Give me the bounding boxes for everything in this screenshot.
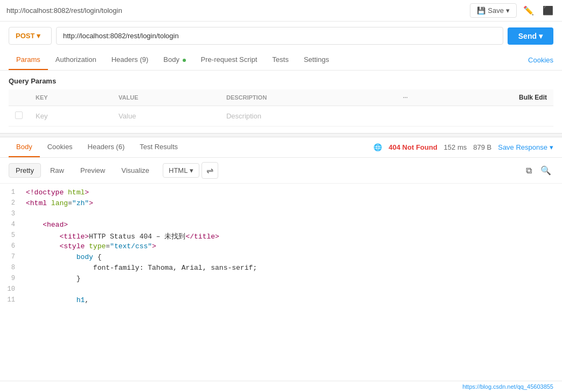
send-label: Send — [518, 32, 537, 40]
query-params-title: Query Params — [9, 77, 553, 85]
code-editor[interactable]: 1 <!doctype html> 2 <html lang="zh"> 3 4… — [0, 184, 562, 313]
query-params-section: Query Params KEY VALUE DESCRIPTION ··· B… — [0, 71, 562, 127]
tab-authorization[interactable]: Authorization — [48, 50, 104, 70]
line-num-3: 3 — [0, 209, 22, 218]
send-button[interactable]: Send ▾ — [508, 27, 553, 45]
save-button[interactable]: 💾 Save ▾ — [470, 3, 517, 18]
line-num-10: 10 — [0, 285, 22, 293]
response-tabs: Body Cookies Headers (6) Test Results 🌐 … — [0, 137, 562, 158]
resp-tab-body[interactable]: Body — [9, 137, 40, 157]
response-time: 152 ms — [444, 143, 467, 151]
save-response-button[interactable]: Save Response ▾ — [498, 143, 553, 151]
line-num-5: 5 — [0, 231, 22, 240]
save-response-chevron-icon: ▾ — [550, 143, 553, 151]
col-bulk-edit[interactable]: Bulk Edit — [418, 89, 553, 106]
resp-tab-cookies[interactable]: Cookies — [40, 137, 80, 157]
format-label: HTML — [169, 166, 188, 174]
save-response-label: Save Response — [498, 143, 547, 151]
line-content-2: <html lang="zh"> — [22, 199, 562, 208]
row-bulk — [418, 106, 553, 127]
send-chevron-icon: ▾ — [539, 32, 543, 40]
resp-tab-headers[interactable]: Headers (6) — [80, 137, 133, 157]
col-key: KEY — [29, 89, 112, 106]
body-dot — [183, 59, 186, 62]
top-bar-title: http://localhost:8082/rest/login/tologin — [6, 6, 466, 15]
format-bar: Pretty Raw Preview Visualize HTML ▾ ⇌ ⧉ … — [0, 158, 562, 184]
code-line-1: 1 <!doctype html> — [0, 188, 562, 199]
method-label: POST — [16, 32, 34, 40]
col-dots: ··· — [397, 89, 418, 106]
line-num-8: 8 — [0, 263, 22, 272]
row-key[interactable]: Key — [29, 106, 112, 127]
fmt-tab-raw[interactable]: Raw — [43, 163, 71, 178]
url-input[interactable] — [56, 27, 503, 45]
col-description: DESCRIPTION — [220, 89, 397, 106]
save-label: Save — [488, 6, 504, 15]
row-description[interactable]: Description — [220, 106, 397, 127]
section-divider — [0, 133, 562, 137]
code-line-6: 6 <style type="text/css"> — [0, 242, 562, 253]
url-bar: POST ▾ Send ▾ — [0, 22, 562, 50]
wrap-icon: ⇌ — [206, 165, 213, 176]
line-num-7: 7 — [0, 253, 22, 261]
format-bar-right: ⧉ 🔍 — [524, 163, 553, 178]
line-content-3 — [22, 209, 562, 211]
tab-tests[interactable]: Tests — [265, 50, 296, 70]
tab-body[interactable]: Body — [156, 50, 193, 70]
col-checkbox — [9, 89, 29, 106]
row-value[interactable]: Value — [112, 106, 220, 127]
response-section: Body Cookies Headers (6) Test Results 🌐 … — [0, 137, 562, 313]
tab-settings[interactable]: Settings — [296, 50, 337, 70]
response-size: 879 B — [473, 143, 491, 151]
fmt-tab-visualize[interactable]: Visualize — [114, 163, 156, 178]
save-chevron-icon: ▾ — [506, 6, 510, 15]
search-button[interactable]: 🔍 — [538, 163, 553, 178]
line-num-4: 4 — [0, 220, 22, 229]
code-line-2: 2 <html lang="zh"> — [0, 199, 562, 209]
code-line-8: 8 font-family: Tahoma, Arial, sans-serif… — [0, 263, 562, 274]
table-row: Key Value Description — [9, 106, 553, 127]
code-line-10: 10 — [0, 285, 562, 296]
line-content-4: <head> — [22, 220, 562, 229]
response-meta: 🌐 404 Not Found 152 ms 879 B Save Respon… — [373, 143, 553, 151]
tab-headers[interactable]: Headers (9) — [104, 50, 156, 70]
code-line-4: 4 <head> — [0, 220, 562, 231]
resp-tab-test-results[interactable]: Test Results — [132, 137, 185, 157]
code-line-9: 9 } — [0, 274, 562, 285]
method-chevron-icon: ▾ — [37, 32, 40, 40]
copy-button[interactable]: ⧉ — [524, 163, 534, 178]
edit-icon-button[interactable]: ✏️ — [521, 3, 536, 18]
line-content-8: font-family: Tahoma, Arial, sans-serif; — [22, 263, 562, 272]
row-dots — [397, 106, 418, 127]
params-table: KEY VALUE DESCRIPTION ··· Bulk Edit Key … — [9, 89, 553, 127]
fmt-tab-preview[interactable]: Preview — [73, 163, 112, 178]
duplicate-icon-button[interactable]: ⬛ — [540, 3, 556, 18]
fmt-tab-pretty[interactable]: Pretty — [9, 163, 41, 178]
line-num-11: 11 — [0, 296, 22, 304]
save-icon: 💾 — [477, 6, 485, 15]
request-tabs: Params Authorization Headers (9) Body Pr… — [0, 50, 562, 71]
line-content-1: <!doctype html> — [22, 188, 562, 197]
col-value: VALUE — [112, 89, 220, 106]
line-num-2: 2 — [0, 199, 22, 207]
line-num-1: 1 — [0, 188, 22, 197]
code-line-11: 11 h1, — [0, 296, 562, 306]
line-num-6: 6 — [0, 242, 22, 250]
method-select[interactable]: POST ▾ — [9, 27, 52, 45]
cookies-link[interactable]: Cookies — [528, 56, 553, 64]
wrap-button[interactable]: ⇌ — [202, 162, 218, 179]
line-content-5: <title>HTTP Status 404 – 未找到</title> — [22, 231, 562, 242]
format-chevron-icon: ▾ — [190, 166, 193, 174]
code-line-7: 7 body { — [0, 253, 562, 263]
line-content-6: <style type="text/css"> — [22, 242, 562, 251]
tab-params[interactable]: Params — [9, 50, 48, 70]
row-checkbox — [9, 106, 29, 127]
globe-icon: 🌐 — [373, 143, 382, 151]
line-content-11: h1, — [22, 296, 562, 305]
code-line-5: 5 <title>HTTP Status 404 – 未找到</title> — [0, 231, 562, 242]
top-bar: http://localhost:8082/rest/login/tologin… — [0, 0, 562, 22]
top-bar-actions: 💾 Save ▾ ✏️ ⬛ — [470, 3, 556, 18]
format-select[interactable]: HTML ▾ — [163, 163, 199, 178]
tab-pre-request[interactable]: Pre-request Script — [193, 50, 265, 70]
line-content-10 — [22, 285, 562, 286]
